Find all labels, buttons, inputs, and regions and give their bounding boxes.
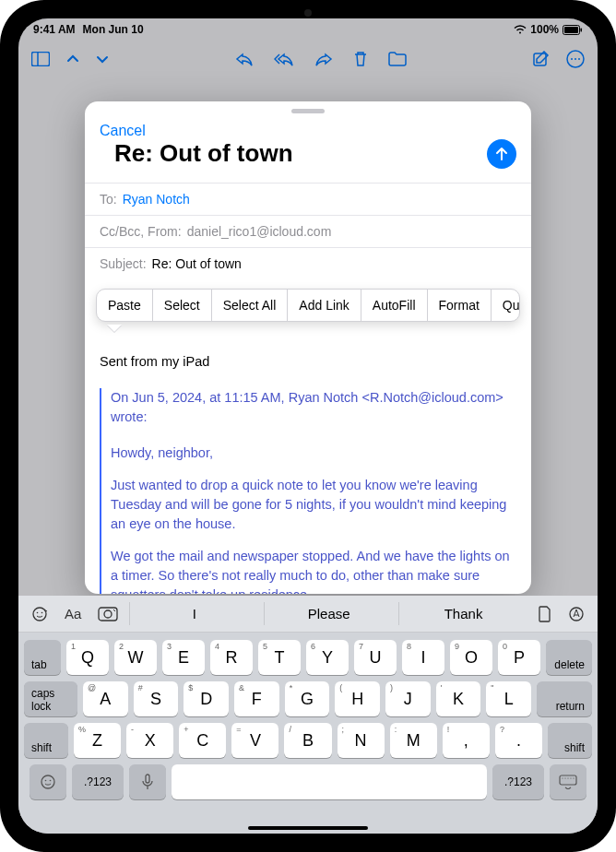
key-h[interactable]: H(: [335, 681, 380, 716]
svg-rect-13: [99, 608, 117, 621]
ctx-quote-level[interactable]: Quote Level: [492, 290, 520, 321]
sticker-icon[interactable]: [26, 606, 53, 622]
key-e[interactable]: E3: [162, 640, 205, 675]
svg-point-17: [45, 780, 47, 782]
to-recipient[interactable]: Ryan Notch: [123, 192, 190, 207]
key-u[interactable]: U7: [354, 640, 397, 675]
svg-point-25: [573, 777, 574, 778]
quote-line: Just wanted to drop a quick note to let …: [111, 476, 516, 534]
key-hide-keyboard[interactable]: [550, 764, 586, 799]
key-v[interactable]: V=: [231, 723, 278, 758]
keyboard-suggestion-bar: Aa I Please Thank: [18, 596, 598, 633]
svg-point-23: [567, 777, 568, 778]
ctx-select-all[interactable]: Select All: [212, 290, 289, 321]
cancel-button[interactable]: Cancel: [100, 123, 308, 139]
autofill-icon[interactable]: [563, 606, 590, 622]
key-space[interactable]: [172, 764, 487, 799]
key-capslock[interactable]: caps lock: [24, 681, 77, 716]
svg-point-10: [33, 608, 46, 621]
home-indicator[interactable]: [248, 826, 368, 830]
key-i[interactable]: I8: [402, 640, 444, 675]
key-.[interactable]: .?: [495, 723, 542, 758]
suggestion-3[interactable]: Thank: [398, 602, 527, 625]
front-camera: [304, 9, 312, 17]
key-numbers-right[interactable]: .?123: [492, 764, 544, 799]
ctx-select[interactable]: Select: [153, 290, 212, 321]
key-o[interactable]: O9: [450, 640, 492, 675]
keyboard: Aa I Please Thank tab Q1W2E3R4T5Y6U7I8O9…: [18, 596, 598, 834]
key-,[interactable]: ,!: [443, 723, 490, 758]
ctx-paste[interactable]: Paste: [97, 290, 153, 321]
key-d[interactable]: D$: [184, 681, 229, 716]
ccbcc-label: Cc/Bcc, From:: [100, 224, 182, 239]
key-b[interactable]: B/: [284, 723, 331, 758]
svg-rect-20: [560, 775, 576, 785]
key-q[interactable]: Q1: [66, 640, 109, 675]
key-z[interactable]: Z%: [74, 723, 121, 758]
ctx-autofill[interactable]: AutoFill: [361, 290, 428, 321]
quoted-block: On Jun 5, 2024, at 11:15 AM, Ryan Notch …: [100, 388, 516, 594]
key-r[interactable]: R4: [210, 640, 253, 675]
compose-title: Re: Out of town: [100, 139, 308, 177]
subject-field[interactable]: Subject: Re: Out of town: [85, 247, 531, 279]
key-m[interactable]: M:: [390, 723, 437, 758]
key-l[interactable]: L": [486, 681, 531, 716]
text-format-icon[interactable]: Aa: [59, 606, 87, 621]
quote-line: We got the mail and newspaper stopped. A…: [111, 547, 516, 594]
key-emoji[interactable]: [30, 764, 66, 799]
key-delete[interactable]: delete: [546, 640, 592, 675]
svg-point-11: [37, 611, 39, 613]
quote-attribution: On Jun 5, 2024, at 11:15 AM, Ryan Notch …: [111, 388, 516, 427]
svg-point-18: [50, 780, 52, 782]
key-dictate[interactable]: [129, 764, 166, 799]
svg-point-16: [41, 775, 54, 788]
compose-sheet: Cancel Re: Out of town To: Ryan Notch Cc…: [85, 101, 531, 594]
key-p[interactable]: P0: [498, 640, 540, 675]
key-shift-left[interactable]: shift: [24, 723, 68, 758]
svg-rect-19: [146, 775, 149, 783]
edit-context-menu: Paste Select Select All Add Link AutoFil…: [96, 289, 520, 322]
signature: Sent from my iPad: [100, 352, 516, 372]
key-y[interactable]: Y6: [306, 640, 349, 675]
key-s[interactable]: S#: [134, 681, 179, 716]
subject-value: Re: Out of town: [152, 256, 242, 271]
key-g[interactable]: G*: [285, 681, 330, 716]
ctx-pointer: [107, 325, 122, 332]
key-x[interactable]: X-: [126, 723, 173, 758]
ccbcc-field[interactable]: Cc/Bcc, From: daniel_rico1@icloud.com: [85, 215, 531, 247]
key-j[interactable]: J): [385, 681, 431, 716]
key-w[interactable]: W2: [114, 640, 157, 675]
key-c[interactable]: C+: [179, 723, 226, 758]
quote-line: Howdy, neighbor,: [111, 444, 516, 463]
key-return[interactable]: return: [537, 681, 592, 716]
suggestion-2[interactable]: Please: [264, 602, 393, 625]
from-value: daniel_rico1@icloud.com: [187, 224, 332, 239]
ctx-format[interactable]: Format: [428, 290, 492, 321]
to-field[interactable]: To: Ryan Notch: [85, 183, 531, 215]
ctx-add-link[interactable]: Add Link: [288, 290, 361, 321]
scan-text-icon[interactable]: [92, 607, 124, 621]
key-shift-right[interactable]: shift: [548, 723, 592, 758]
key-f[interactable]: F&: [234, 681, 279, 716]
to-label: To:: [100, 192, 117, 207]
send-button[interactable]: [487, 139, 516, 169]
document-icon[interactable]: [533, 606, 557, 622]
key-a[interactable]: A@: [83, 681, 128, 716]
suggestion-1[interactable]: I: [129, 602, 258, 625]
key-k[interactable]: K': [436, 681, 481, 716]
key-n[interactable]: N;: [338, 723, 385, 758]
svg-point-12: [41, 611, 43, 613]
svg-point-21: [562, 777, 563, 778]
key-tab[interactable]: tab: [24, 640, 61, 675]
svg-point-14: [104, 610, 112, 618]
message-body[interactable]: Sent from my iPad On Jun 5, 2024, at 11:…: [85, 332, 531, 594]
subject-label: Subject:: [100, 256, 147, 271]
key-t[interactable]: T5: [258, 640, 301, 675]
svg-point-24: [570, 777, 571, 778]
svg-point-22: [564, 777, 565, 778]
key-numbers-left[interactable]: .?123: [72, 764, 124, 799]
